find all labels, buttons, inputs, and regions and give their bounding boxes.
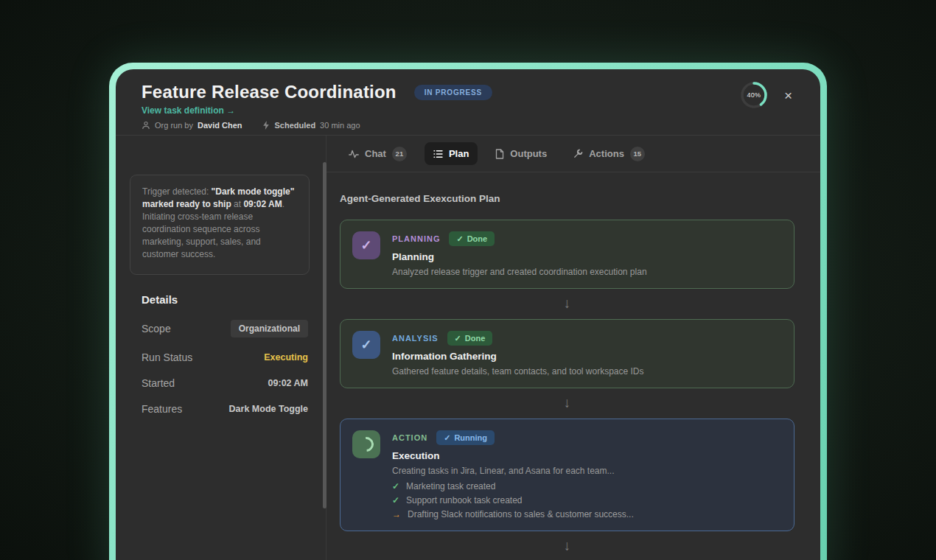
plan-content: Agent-Generated Exexcution Plan ✓ PLANNI… (326, 172, 820, 560)
document-icon (495, 149, 504, 159)
list-icon (433, 150, 443, 158)
detail-label: Features (142, 403, 182, 415)
tab-label: Actions (589, 148, 624, 159)
scheduled-meta: Scheduled 30 min ago (262, 121, 360, 130)
detail-label: Started (142, 377, 175, 389)
app-window: Feature Release Coordination IN PROGRESS… (116, 69, 820, 560)
stage-card-action[interactable]: ACTION ✓Running Execution Creating tasks… (340, 419, 794, 531)
details-sidebar: Trigger detected: "Dark mode toggle" mar… (116, 136, 326, 560)
trigger-message: Trigger detected: "Dark mode toggle" mar… (130, 175, 310, 275)
check-icon: ✓ (392, 481, 399, 491)
run-status-value: Executing (264, 352, 308, 363)
status-badge-done: ✓Done (449, 231, 495, 246)
tab-chat[interactable]: Chat 21 (340, 141, 416, 167)
lightning-icon (262, 121, 270, 130)
tab-plan[interactable]: Plan (425, 142, 478, 165)
tab-label: Plan (449, 148, 469, 159)
trigger-at: at (231, 199, 244, 209)
close-icon[interactable]: × (784, 88, 792, 102)
flow-arrow-icon: ↓ (340, 531, 794, 560)
status-text: Running (454, 433, 487, 442)
checklist-item: ✓ Marketing task created (392, 481, 782, 491)
checklist-item: → Drafting Slack notifications to sales … (392, 509, 782, 519)
scheduled-time: 30 min ago (320, 121, 360, 130)
progress-percent: 40% (740, 81, 768, 109)
actions-count-badge: 15 (630, 147, 645, 161)
stage-title: Information Gathering (392, 351, 782, 362)
stage-phase: PLANNING (392, 234, 440, 243)
checklist-text: Support runbook task created (406, 495, 522, 505)
tab-label: Outputs (510, 148, 547, 159)
details-section: Details Scope Organizational Run Status … (142, 293, 310, 415)
org-run-meta: Org run by David Chen (142, 121, 242, 130)
features-value: Dark Mode Toggle (229, 404, 308, 414)
detail-row-run-status: Run Status Executing (142, 351, 308, 363)
check-icon: ✓ (352, 231, 380, 259)
checklist-text: Drafting Slack notifications to sales & … (408, 509, 634, 519)
stage-card-planning[interactable]: ✓ PLANNING ✓Done Planning Analyzed relea… (340, 220, 794, 289)
run-by-prefix: Org run by (155, 121, 193, 130)
check-icon: ✓ (352, 331, 380, 359)
scrollbar-thumb[interactable] (323, 162, 326, 508)
detail-row-scope: Scope Organizational (142, 320, 308, 337)
detail-label: Scope (142, 323, 171, 335)
stage-description: Analyzed release trigger and created coo… (392, 267, 782, 277)
person-icon (142, 121, 150, 130)
progress-ring: 40% (740, 81, 768, 109)
stage-title: Planning (392, 251, 782, 262)
check-icon: ✓ (392, 495, 399, 505)
plan-heading: Agent-Generated Exexcution Plan (340, 193, 794, 204)
stage-description: Gathered feature details, team contacts,… (392, 366, 782, 377)
check-icon: ✓ (444, 433, 450, 443)
stage-card-analysis[interactable]: ✓ ANALYSIS ✓Done Information Gathering G… (340, 319, 794, 388)
spinner-icon (352, 430, 380, 458)
started-value: 09:02 AM (268, 378, 308, 388)
detail-label: Run Status (142, 351, 192, 363)
trigger-time: 09:02 AM (243, 199, 282, 209)
detail-row-features: Features Dark Mode Toggle (142, 403, 308, 415)
stage-phase: ACTION (392, 433, 427, 442)
scope-badge: Organizational (231, 320, 308, 337)
tab-label: Chat (365, 148, 386, 159)
status-badge-done: ✓Done (447, 331, 493, 346)
main-panel: Chat 21 Plan Outputs (326, 136, 820, 560)
check-icon: ✓ (455, 334, 461, 343)
stage-title: Execution (392, 450, 782, 461)
app-window-frame: Feature Release Coordination IN PROGRESS… (109, 63, 827, 560)
checklist-item: ✓ Support runbook task created (392, 495, 782, 505)
status-badge: IN PROGRESS (414, 85, 492, 100)
details-heading: Details (142, 293, 308, 306)
flow-arrow-icon: ↓ (340, 289, 794, 319)
stage-phase: ANALYSIS (392, 334, 439, 343)
status-text: Done (465, 334, 486, 343)
activity-icon (349, 150, 359, 158)
view-task-definition-link[interactable]: View task definition → (142, 105, 235, 116)
tab-outputs[interactable]: Outputs (486, 142, 556, 165)
flow-arrow-icon: ↓ (340, 388, 794, 419)
detail-row-started: Started 09:02 AM (142, 377, 308, 389)
stage-checklist: ✓ Marketing task created ✓ Support runbo… (392, 481, 782, 519)
chat-count-badge: 21 (392, 147, 407, 161)
run-by-name: David Chen (198, 121, 242, 130)
arrow-right-icon: → (392, 509, 401, 519)
status-badge-running: ✓Running (436, 430, 495, 445)
stage-description: Creating tasks in Jira, Linear, and Asan… (392, 466, 782, 476)
trigger-prefix: Trigger detected: (142, 186, 212, 197)
checklist-text: Marketing task created (406, 481, 495, 491)
tab-bar: Chat 21 Plan Outputs (326, 136, 820, 172)
wrench-icon (573, 149, 583, 158)
status-text: Done (467, 234, 488, 243)
tab-actions[interactable]: Actions 15 (565, 141, 654, 167)
check-icon: ✓ (456, 234, 463, 244)
page-title: Feature Release Coordination (142, 82, 397, 102)
window-header: Feature Release Coordination IN PROGRESS… (116, 69, 820, 136)
scheduled-label: Scheduled (274, 121, 315, 130)
